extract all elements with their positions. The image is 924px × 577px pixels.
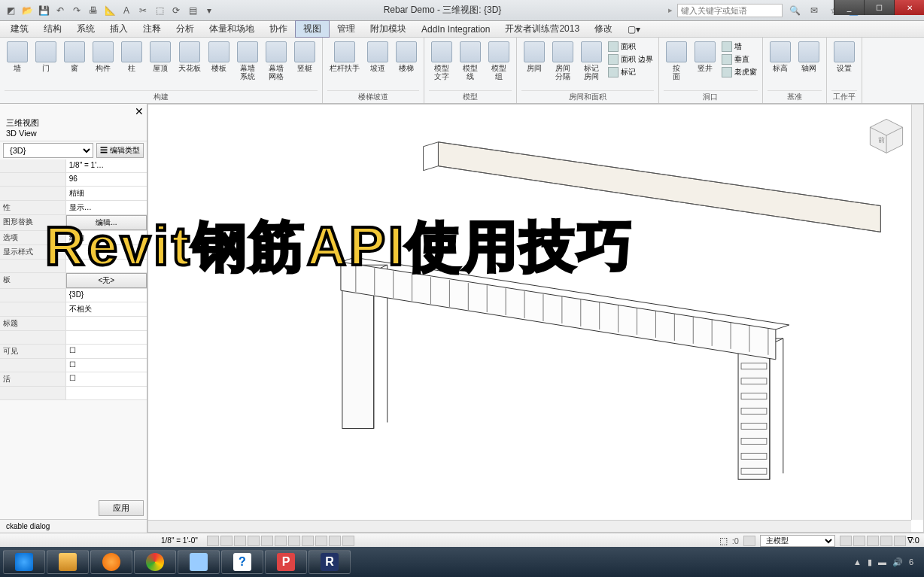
qat-save-icon[interactable]: 💾 [36, 3, 51, 18]
ribbon-button-按面[interactable]: 按 面 [664, 41, 689, 81]
menu-item-分析[interactable]: 分析 [169, 21, 202, 37]
rendering-icon[interactable] [261, 536, 273, 546]
ribbon-button-幕墙系统[interactable]: 幕墙 系统 [235, 41, 260, 81]
ribbon-button-标高[interactable]: 标高 [767, 41, 793, 73]
property-value[interactable]: ☐ [66, 372, 147, 386]
select-pinned-icon[interactable] [867, 536, 879, 546]
system-tray[interactable]: ▲ ▮ ▬ 🔊 6 [853, 557, 921, 567]
ribbon-button-标记房间[interactable]: 标记 房间 [579, 41, 604, 81]
menu-item-插入[interactable]: 插入 [102, 21, 135, 37]
ribbon-button-幕墙网格[interactable]: 幕墙 网格 [263, 41, 289, 81]
press-drag-icon[interactable]: ⬚ [719, 536, 728, 546]
menu-item-注释[interactable]: 注释 [135, 21, 169, 37]
menu-item-管理[interactable]: 管理 [330, 21, 363, 37]
property-value[interactable]: 96 [66, 173, 147, 186]
ribbon-button-模型文字[interactable]: 模型 文字 [429, 41, 454, 81]
3d-viewport[interactable]: 前 [147, 104, 924, 533]
property-value[interactable]: 1/8" = 1'… [66, 159, 147, 172]
select-underlay-icon[interactable] [853, 536, 865, 546]
property-value[interactable]: ☐ [66, 359, 147, 372]
qat-open-icon[interactable]: 📂 [20, 3, 35, 18]
ribbon-small-老虎窗[interactable]: 老虎窗 [721, 66, 758, 78]
visual-style-icon[interactable] [220, 536, 233, 546]
ribbon-button-柱[interactable]: 柱 [119, 41, 144, 73]
ribbon-button-竖梃[interactable]: 竖梃 [292, 41, 318, 73]
tray-battery-icon[interactable]: ▬ [878, 557, 886, 566]
minimize-button[interactable]: _ [834, 0, 864, 15]
taskbar-help-icon[interactable]: ? [221, 550, 263, 574]
filter-icon[interactable]: ∇:0 [907, 536, 919, 546]
ribbon-button-楼板[interactable]: 楼板 [206, 41, 232, 73]
ribbon-small-墙[interactable]: 墙 [721, 41, 758, 53]
tray-clock[interactable]: 6 [909, 557, 913, 566]
ribbon-button-坡道[interactable]: 坡道 [365, 41, 391, 73]
property-value[interactable]: ☐ [66, 345, 147, 358]
detail-level-icon[interactable] [207, 536, 219, 546]
ribbon-button-屋顶[interactable]: 屋顶 [147, 41, 173, 73]
select-face-icon[interactable] [880, 536, 892, 546]
property-value[interactable]: <无> [66, 273, 147, 288]
contact-icon[interactable]: ✉ [807, 3, 822, 18]
ribbon-button-门[interactable]: 门 [33, 41, 59, 73]
tray-network-icon[interactable]: ▮ [868, 557, 872, 567]
ribbon-button-栏杆扶手[interactable]: 栏杆扶手 [327, 41, 362, 73]
qat-more-icon[interactable]: ▾ [202, 3, 217, 18]
temp-hide-icon[interactable] [315, 536, 327, 546]
search-icon[interactable]: 🔍 [787, 3, 802, 18]
menu-item-结构[interactable]: 结构 [36, 21, 69, 37]
ribbon-button-窗[interactable]: 窗 [62, 41, 87, 73]
ribbon-button-竖井[interactable]: 竖井 [692, 41, 718, 73]
ribbon-button-楼梯[interactable]: 楼梯 [394, 41, 419, 73]
taskbar-app1-icon[interactable] [178, 550, 220, 574]
taskbar-media-icon[interactable] [90, 550, 132, 574]
property-value[interactable]: {3D} [66, 289, 147, 302]
viewport-scrollbar-horizontal[interactable] [148, 520, 911, 532]
reveal-hidden-icon[interactable] [329, 536, 341, 546]
qat-sheet-icon[interactable]: ▤ [185, 3, 200, 18]
maximize-button[interactable]: ☐ [864, 0, 894, 15]
menu-item-AddIn Integration[interactable]: AddIn Integration [414, 23, 497, 36]
qat-redo-icon[interactable]: ↷ [69, 3, 84, 18]
taskbar-chrome-icon[interactable] [134, 550, 176, 574]
menu-item-视图[interactable]: 视图 [295, 20, 330, 38]
qat-text-icon[interactable]: A [119, 3, 134, 18]
ribbon-button-墙[interactable]: 墙 [5, 41, 30, 73]
taskbar-ie-icon[interactable] [3, 550, 45, 574]
panel-close-icon[interactable]: ✕ [133, 105, 145, 117]
qat-app-icon[interactable]: ◩ [3, 3, 18, 18]
menu-item-开发者训练营2013[interactable]: 开发者训练营2013 [497, 21, 587, 37]
ribbon-small-标记[interactable]: 标记 [607, 66, 654, 78]
menu-item-体量和场地[interactable]: 体量和场地 [202, 21, 262, 37]
taskbar-revit-icon[interactable]: R [309, 550, 351, 574]
ribbon-small-面积 边界[interactable]: 面积 边界 [607, 53, 654, 65]
menu-item-系统[interactable]: 系统 [69, 21, 102, 37]
tray-expand-icon[interactable]: ▲ [853, 557, 862, 566]
qat-3d-icon[interactable]: ⬚ [152, 3, 167, 18]
qat-section-icon[interactable]: ✂ [135, 3, 150, 18]
tray-volume-icon[interactable]: 🔊 [892, 557, 903, 567]
qat-print-icon[interactable]: 🖶 [86, 3, 101, 18]
lock-3d-icon[interactable] [302, 536, 314, 546]
ribbon-button-模型组[interactable]: 模型 组 [486, 41, 512, 81]
menu-item-建筑[interactable]: 建筑 [3, 21, 36, 37]
property-value[interactable] [66, 387, 147, 399]
edit-type-button[interactable]: ☰ 编辑类型 [96, 143, 144, 158]
ribbon-small-垂直[interactable]: 垂直 [721, 53, 758, 65]
property-value[interactable]: 精细 [66, 187, 147, 200]
crop-region-icon[interactable] [288, 536, 300, 546]
qat-sync-icon[interactable]: ⟳ [169, 3, 184, 18]
property-value[interactable]: 结构 [66, 231, 147, 244]
property-value[interactable]: 显示… [66, 201, 147, 214]
menu-item-协作[interactable]: 协作 [262, 21, 295, 37]
ribbon-button-构件[interactable]: 构件 [90, 41, 116, 73]
sun-path-icon[interactable] [234, 536, 246, 546]
help-search-input[interactable] [677, 4, 783, 17]
menu-overflow-icon[interactable]: ▢▾ [620, 23, 648, 36]
ribbon-button-设置[interactable]: 设置 [831, 41, 857, 73]
ribbon-button-模型线[interactable]: 模型 线 [457, 41, 483, 81]
ribbon-button-轴网[interactable]: 轴网 [796, 41, 822, 73]
view-cube[interactable]: 前 [866, 115, 907, 156]
worksharing-icon[interactable] [342, 536, 354, 546]
taskbar-explorer-icon[interactable] [47, 550, 89, 574]
ribbon-button-房间[interactable]: 房间 [521, 41, 547, 73]
